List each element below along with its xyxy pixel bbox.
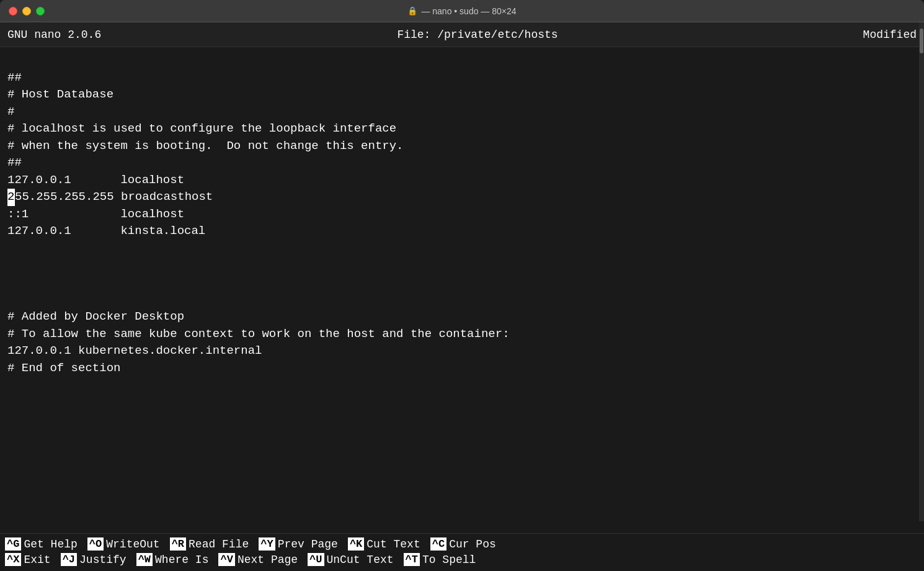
terminal-window: 🔒 — nano • sudo — 80×24 GNU nano 2.0.6 F… bbox=[0, 0, 924, 571]
footer-key: ^W bbox=[136, 553, 153, 566]
footer-label: Prev Page bbox=[278, 538, 338, 551]
footer-item[interactable]: ^UUnCut Text bbox=[308, 553, 393, 566]
nano-modified: Modified bbox=[824, 29, 917, 41]
footer-label: Cur Pos bbox=[449, 538, 496, 551]
footer-label: To Spell bbox=[422, 554, 476, 566]
footer-label: Next Page bbox=[238, 554, 298, 566]
footer-item[interactable]: ^RRead File bbox=[170, 537, 249, 551]
close-button[interactable] bbox=[9, 7, 17, 16]
footer-item[interactable]: ^CCur Pos bbox=[430, 537, 496, 551]
footer-key: ^O bbox=[87, 537, 104, 551]
footer-label: Justify bbox=[79, 554, 127, 566]
footer-key: ^T bbox=[404, 553, 420, 566]
footer-key: ^J bbox=[61, 553, 77, 566]
traffic-lights bbox=[9, 7, 45, 16]
window-title: — nano • sudo — 80×24 bbox=[421, 6, 516, 16]
footer-item[interactable]: ^YPrev Page bbox=[259, 537, 338, 551]
footer-key: ^K bbox=[348, 537, 364, 551]
nano-version: GNU nano 2.0.6 bbox=[7, 29, 131, 41]
footer-key: ^X bbox=[5, 553, 21, 566]
footer-label: UnCut Text bbox=[327, 554, 394, 566]
maximize-button[interactable] bbox=[36, 7, 45, 16]
footer-item[interactable]: ^JJustify bbox=[61, 553, 127, 566]
footer-key: ^V bbox=[218, 553, 234, 566]
footer-item[interactable]: ^WWhere Is bbox=[136, 553, 209, 566]
footer-label: Where Is bbox=[155, 554, 208, 566]
footer-item[interactable]: ^VNext Page bbox=[218, 553, 298, 566]
scrollbar-thumb[interactable] bbox=[920, 29, 923, 53]
footer-item[interactable]: ^TTo Spell bbox=[404, 553, 476, 566]
footer-key: ^U bbox=[308, 553, 324, 566]
footer-label: Get Help bbox=[24, 538, 77, 551]
minimize-button[interactable] bbox=[22, 7, 31, 16]
footer-key: ^Y bbox=[259, 537, 275, 551]
nano-footer: ^GGet Help^OWriteOut^RRead File^YPrev Pa… bbox=[0, 533, 924, 571]
footer-label: Read File bbox=[189, 538, 249, 551]
nano-filename: File: /private/etc/hosts bbox=[131, 29, 824, 41]
footer-item[interactable]: ^GGet Help bbox=[5, 537, 78, 551]
footer-item[interactable]: ^XExit bbox=[5, 553, 51, 566]
footer-item[interactable]: ^KCut Text bbox=[348, 537, 420, 551]
editor-area[interactable]: ## # Host Database # # localhost is used… bbox=[0, 47, 924, 533]
nano-header: GNU nano 2.0.6 File: /private/etc/hosts … bbox=[0, 22, 924, 47]
footer-key: ^G bbox=[5, 537, 21, 551]
footer-key: ^C bbox=[430, 537, 446, 551]
footer-row-2: ^XExit^JJustify^WWhere Is^VNext Page^UUn… bbox=[5, 553, 919, 566]
lock-icon: 🔒 bbox=[407, 6, 417, 16]
footer-label: WriteOut bbox=[106, 538, 159, 551]
footer-item[interactable]: ^OWriteOut bbox=[87, 537, 160, 551]
cursor: 2 bbox=[7, 189, 15, 206]
title-bar: 🔒 — nano • sudo — 80×24 bbox=[0, 0, 924, 22]
scrollbar[interactable] bbox=[919, 22, 924, 521]
footer-key: ^R bbox=[170, 537, 186, 551]
footer-label: Cut Text bbox=[366, 538, 420, 551]
footer-row-1: ^GGet Help^OWriteOut^RRead File^YPrev Pa… bbox=[5, 537, 919, 551]
footer-label: Exit bbox=[24, 554, 50, 566]
